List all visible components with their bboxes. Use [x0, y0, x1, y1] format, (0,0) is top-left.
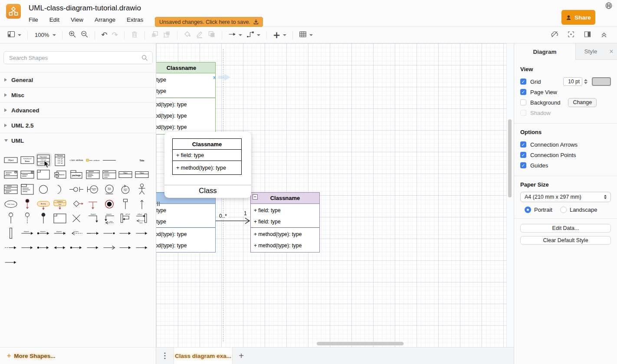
- shape-lifeline-3[interactable]: [36, 211, 52, 226]
- zoom-dropdown[interactable]: 100%: [32, 30, 58, 39]
- shape-vertical-arrow[interactable]: [134, 197, 150, 211]
- shape-edge-10[interactable]: [3, 255, 19, 269]
- shape-final-node[interactable]: [101, 197, 118, 211]
- shape-assembly[interactable]: [68, 182, 85, 197]
- shape-edge-5[interactable]: [68, 240, 85, 255]
- shape-found-message[interactable]: [85, 226, 101, 240]
- offline-status-icon[interactable]: [548, 29, 561, 41]
- connection-points-checkbox[interactable]: [520, 152, 526, 158]
- portrait-radio[interactable]: [525, 207, 531, 213]
- shape-return-message[interactable]: return: [68, 226, 85, 240]
- vertical-scrollbar-thumb[interactable]: [508, 119, 512, 197]
- shape-link-1[interactable]: [117, 226, 134, 240]
- section-uml[interactable]: UML: [0, 133, 156, 148]
- shape-edge-7[interactable]: [101, 240, 118, 255]
- fullscreen-button[interactable]: [565, 29, 577, 41]
- grid-size-stepper[interactable]: [583, 77, 588, 86]
- shape-control-object[interactable]: ControlObject: [117, 182, 134, 197]
- shape-classname[interactable]: Classname+ field: type+ field: type+ fie…: [52, 153, 68, 167]
- shape-lifeline-2[interactable]: [19, 211, 36, 226]
- section-uml25[interactable]: UML 2.5: [0, 118, 156, 133]
- shape-frame[interactable]: [36, 167, 52, 182]
- pages-menu-kebab-icon[interactable]: [156, 348, 174, 364]
- shape-object-type[interactable]: [85, 167, 101, 182]
- shape-item-attribute[interactable]: + item: attribute: [68, 153, 85, 167]
- shape-dispatch-corner[interactable]: dispatch: [85, 211, 101, 226]
- shape-dispatch-1[interactable]: dispatch: [19, 226, 36, 240]
- menu-view[interactable]: View: [71, 16, 83, 23]
- paper-size-select[interactable]: A4 (210 mm x 297 mm): [520, 192, 611, 202]
- shape-edge-3[interactable]: [36, 240, 52, 255]
- shape-edge-1[interactable]: [3, 240, 19, 255]
- shape-self-call[interactable]: self call: [117, 211, 134, 226]
- zoom-in-button[interactable]: [66, 29, 79, 41]
- shape-class-attrs[interactable]: [19, 167, 36, 182]
- shape-package[interactable]: package: [68, 167, 85, 182]
- shape-activity[interactable]: Activity: [36, 197, 52, 211]
- tab-diagram[interactable]: Diagram: [514, 43, 576, 60]
- uml-class-left[interactable]: d: type d: type thod(type): type thod(ty…: [156, 192, 216, 253]
- more-shapes-button[interactable]: + More Shapes...: [0, 347, 156, 364]
- portrait-option[interactable]: Portrait: [525, 207, 552, 213]
- shape-edge-2[interactable]: [19, 240, 36, 255]
- shape-object[interactable]: Object: [3, 153, 19, 167]
- menu-edit[interactable]: Edit: [49, 16, 59, 23]
- shadow-checkbox[interactable]: [520, 110, 526, 116]
- search-input[interactable]: [8, 54, 141, 62]
- shape-lifeline-1[interactable]: [3, 211, 19, 226]
- collapse-toolbar-button[interactable]: [598, 29, 610, 41]
- shape-link-2[interactable]: [134, 226, 150, 240]
- shape-boundary-object[interactable]: BoundaryObject: [85, 182, 101, 197]
- shape-required-interface[interactable]: [52, 182, 68, 197]
- clear-default-style-button[interactable]: Clear Default Style: [520, 236, 611, 245]
- change-background-button[interactable]: Change: [568, 98, 597, 107]
- shape-class-attrs-2[interactable]: [3, 182, 19, 197]
- shape-dispatch-3[interactable]: dispatch: [52, 226, 68, 240]
- section-general[interactable]: General: [0, 72, 156, 87]
- shape-frame-label[interactable]: [19, 182, 36, 197]
- shape-edge-4[interactable]: [52, 240, 68, 255]
- close-panel-icon[interactable]: ×: [606, 43, 617, 59]
- unsaved-changes-button[interactable]: Unsaved changes. Click here to save.: [155, 17, 263, 27]
- insert-button[interactable]: +: [271, 30, 289, 40]
- shape-activation[interactable]: [3, 226, 19, 240]
- collapse-minus-icon[interactable]: −: [253, 194, 258, 200]
- shape-decision[interactable]: [68, 197, 85, 211]
- shape-dispatch-2[interactable]: dispatch: [36, 226, 52, 240]
- page-tab-class-diagram[interactable]: Class diagram exa...: [174, 348, 233, 364]
- share-button[interactable]: Share: [561, 10, 595, 25]
- shape-edge-9[interactable]: [134, 240, 150, 255]
- shape-fork-join[interactable]: [85, 197, 101, 211]
- shape-edge-8[interactable]: [117, 240, 134, 255]
- zoom-out-button[interactable]: [79, 29, 91, 41]
- shape-class-header-2[interactable]: Class: [134, 167, 150, 182]
- grid-color-swatch[interactable]: [592, 77, 611, 86]
- shape-list[interactable]: [101, 167, 118, 182]
- connection-style-button[interactable]: [226, 29, 244, 41]
- shape-callback[interactable]: callbackreturn: [134, 211, 150, 226]
- tab-style[interactable]: Style: [576, 43, 606, 59]
- guides-checkbox[interactable]: [520, 162, 526, 168]
- shape-provided-interface[interactable]: [36, 182, 52, 197]
- shape-divider-line[interactable]: [101, 153, 118, 167]
- menu-extras[interactable]: Extras: [127, 16, 143, 23]
- shape-initial-node[interactable]: [19, 197, 36, 211]
- edit-data-button[interactable]: Edit Data...: [520, 224, 611, 233]
- shape-module[interactable]: Module: [52, 167, 68, 182]
- shape-item-attribute-icon[interactable]: item: attribute: [85, 153, 101, 167]
- shape-interface[interactable]: «interface»Name: [19, 153, 36, 167]
- table-button[interactable]: [297, 29, 315, 41]
- waypoints-button[interactable]: [244, 29, 263, 41]
- shape-lost-message[interactable]: [101, 226, 118, 240]
- directional-arrow-hint-icon[interactable]: [218, 74, 230, 81]
- shape-composite-state[interactable]: CompositeState: [52, 197, 68, 211]
- section-misc[interactable]: Misc: [0, 87, 156, 102]
- section-advanced[interactable]: Advanced: [0, 102, 156, 118]
- landscape-option[interactable]: Landscape: [560, 207, 597, 213]
- horizontal-scrollbar-thumb[interactable]: [317, 342, 404, 345]
- shape-class[interactable]: Classname+ field: type+ method(type): [36, 153, 52, 167]
- edge-source-multiplicity[interactable]: 0..*: [218, 213, 228, 219]
- landscape-radio[interactable]: [560, 207, 567, 213]
- menu-arrange[interactable]: Arrange: [95, 16, 115, 23]
- connection-arrows-checkbox[interactable]: [520, 141, 526, 148]
